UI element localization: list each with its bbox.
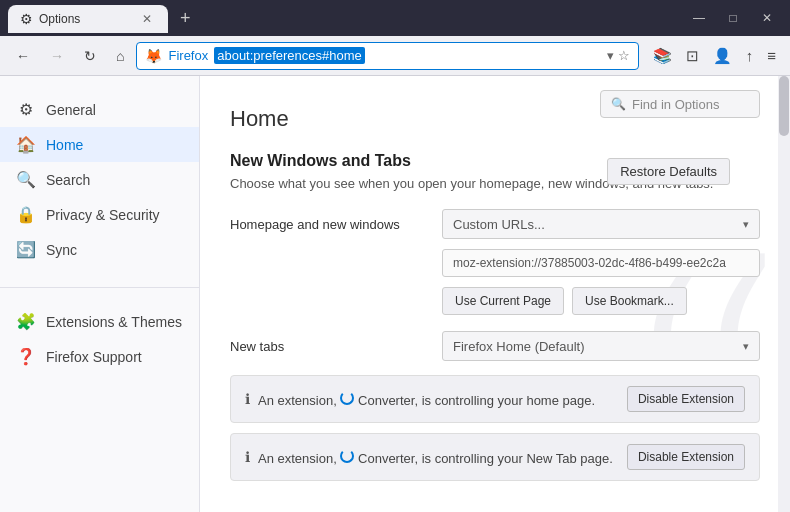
notification-text-1: An extension, Converter, is controlling …: [258, 391, 595, 408]
homepage-select[interactable]: Custom URLs... ▾: [442, 209, 760, 239]
homepage-select-value: Custom URLs...: [453, 217, 545, 232]
newtabs-label: New tabs: [230, 339, 430, 354]
search-icon: 🔍: [16, 170, 36, 189]
button-row: Use Current Page Use Bookmark...: [442, 287, 760, 315]
profile-button[interactable]: 👤: [707, 43, 738, 69]
options-tab[interactable]: ⚙ Options ✕: [8, 5, 168, 33]
sidebar-item-search[interactable]: 🔍 Search: [0, 162, 199, 197]
newtabs-select-arrow: ▾: [743, 340, 749, 353]
sidebar-item-general[interactable]: ⚙ General: [0, 92, 199, 127]
bookmark-icon[interactable]: ☆: [618, 48, 630, 63]
home-button[interactable]: ⌂: [108, 43, 132, 69]
notification-info-icon: ℹ: [245, 391, 250, 407]
homepage-select-control: Custom URLs... ▾: [442, 209, 760, 239]
site-label: Firefox: [168, 48, 208, 63]
menu-button[interactable]: ≡: [761, 43, 782, 68]
sidebar-label-sync: Sync: [46, 242, 77, 258]
privacy-icon: 🔒: [16, 205, 36, 224]
nav-bar: ← → ↻ ⌂ 🦊 Firefox about:preferences#home…: [0, 36, 790, 76]
window-controls: — □ ✕: [684, 7, 782, 29]
dropdown-icon[interactable]: ▾: [607, 48, 614, 63]
sidebar-bottom: 🧩 Extensions & Themes ❓ Firefox Support: [0, 287, 199, 374]
bookmarks-button[interactable]: 📚: [647, 43, 678, 69]
address-favicon: 🦊: [145, 48, 162, 64]
sidebar-label-extensions: Extensions & Themes: [46, 314, 182, 330]
home-icon: 🏠: [16, 135, 36, 154]
address-bar[interactable]: 🦊 Firefox about:preferences#home ▾ ☆: [136, 42, 638, 70]
layout-button[interactable]: ⊡: [680, 43, 705, 69]
back-button[interactable]: ←: [8, 43, 38, 69]
sidebar-label-home: Home: [46, 137, 83, 153]
forward-button[interactable]: →: [42, 43, 72, 69]
tab-bar: ⚙ Options ✕ +: [8, 4, 678, 33]
url-value: moz-extension://37885003-02dc-4f86-b499-…: [453, 256, 726, 270]
homepage-field-row: Homepage and new windows Custom URLs... …: [230, 209, 760, 239]
sidebar-item-home[interactable]: 🏠 Home: [0, 127, 199, 162]
sidebar-item-extensions[interactable]: 🧩 Extensions & Themes: [0, 304, 199, 339]
sync-button[interactable]: ↑: [740, 43, 760, 68]
converter-spinner-2: [340, 449, 354, 463]
address-url[interactable]: about:preferences#home: [214, 48, 601, 63]
address-icons: ▾ ☆: [607, 48, 630, 63]
sidebar: ⚙ General 🏠 Home 🔍 Search 🔒 Privacy & Se…: [0, 76, 200, 512]
content-area: 77 🔍 Find in Options Home Restore Defaul…: [200, 76, 790, 512]
sidebar-label-search: Search: [46, 172, 90, 188]
restore-defaults-button[interactable]: Restore Defaults: [607, 158, 730, 185]
sidebar-label-support: Firefox Support: [46, 349, 142, 365]
minimize-button[interactable]: —: [684, 7, 714, 29]
url-input-row: moz-extension://37885003-02dc-4f86-b499-…: [230, 249, 760, 277]
extensions-icon: 🧩: [16, 312, 36, 331]
converter-spinner-1: [340, 391, 354, 405]
notification-info-icon-2: ℹ: [245, 449, 250, 465]
newtabs-select-value: Firefox Home (Default): [453, 339, 584, 354]
page-title: Home: [230, 106, 760, 132]
notification-text-2: An extension, Converter, is controlling …: [258, 449, 613, 466]
disable-extension-button-2[interactable]: Disable Extension: [627, 444, 745, 470]
url-input[interactable]: moz-extension://37885003-02dc-4f86-b499-…: [442, 249, 760, 277]
main-layout: ⚙ General 🏠 Home 🔍 Search 🔒 Privacy & Se…: [0, 76, 790, 512]
use-current-page-button[interactable]: Use Current Page: [442, 287, 564, 315]
url-text: about:preferences#home: [214, 47, 365, 64]
scrollbar-thumb[interactable]: [779, 76, 789, 136]
notification-homepage: ℹ An extension, Converter, is controllin…: [230, 375, 760, 423]
disable-extension-button-1[interactable]: Disable Extension: [627, 386, 745, 412]
sidebar-item-support[interactable]: ❓ Firefox Support: [0, 339, 199, 374]
tab-icon: ⚙: [20, 11, 33, 27]
sidebar-label-privacy: Privacy & Security: [46, 207, 160, 223]
maximize-button[interactable]: □: [718, 7, 748, 29]
newtabs-select[interactable]: Firefox Home (Default) ▾: [442, 331, 760, 361]
newtabs-row: New tabs Firefox Home (Default) ▾: [230, 331, 760, 361]
tab-close-button[interactable]: ✕: [138, 10, 156, 28]
general-icon: ⚙: [16, 100, 36, 119]
support-icon: ❓: [16, 347, 36, 366]
close-button[interactable]: ✕: [752, 7, 782, 29]
new-tab-button[interactable]: +: [172, 4, 199, 33]
sidebar-item-sync[interactable]: 🔄 Sync: [0, 232, 199, 267]
reload-button[interactable]: ↻: [76, 43, 104, 69]
homepage-select-arrow: ▾: [743, 218, 749, 231]
notification-newtab: ℹ An extension, Converter, is controllin…: [230, 433, 760, 481]
scrollbar-track[interactable]: [778, 76, 790, 512]
newtabs-select-control: Firefox Home (Default) ▾: [442, 331, 760, 361]
tab-label: Options: [39, 12, 80, 26]
content-inner: Home Restore Defaults New Windows and Ta…: [230, 106, 760, 481]
title-bar: ⚙ Options ✕ + — □ ✕: [0, 0, 790, 36]
homepage-label: Homepage and new windows: [230, 217, 430, 232]
toolbar-icons: 📚 ⊡ 👤 ↑ ≡: [647, 43, 782, 69]
use-bookmark-button[interactable]: Use Bookmark...: [572, 287, 687, 315]
sync-icon: 🔄: [16, 240, 36, 259]
sidebar-item-privacy[interactable]: 🔒 Privacy & Security: [0, 197, 199, 232]
sidebar-label-general: General: [46, 102, 96, 118]
